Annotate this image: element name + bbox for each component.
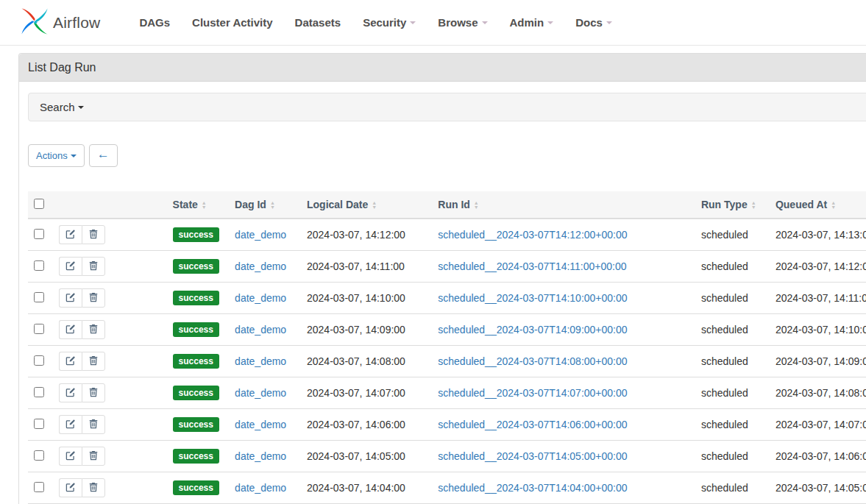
dag-id-link[interactable]: date_demo <box>235 229 286 241</box>
delete-button[interactable] <box>82 320 105 339</box>
dag-id-cell: date_demo <box>229 409 301 441</box>
run-type-cell: scheduled <box>695 409 770 441</box>
state-cell: success <box>167 251 230 283</box>
status-badge: success <box>173 259 219 274</box>
state-cell: success <box>167 219 230 251</box>
column-header-queued-at[interactable]: Queued At▲▼ <box>770 191 866 219</box>
status-badge: success <box>173 480 219 495</box>
edit-button[interactable] <box>59 352 82 371</box>
table-row: success date_demo 2024-03-07, 14:11:00 s… <box>28 251 866 283</box>
dag-id-link[interactable]: date_demo <box>235 260 286 272</box>
delete-button[interactable] <box>82 352 105 371</box>
row-checkbox[interactable] <box>34 292 44 302</box>
run-id-cell: scheduled__2024-03-07T14:11:00+00:00 <box>432 251 695 283</box>
row-checkbox[interactable] <box>34 229 44 239</box>
dag-id-link[interactable]: date_demo <box>235 482 286 494</box>
run-id-link[interactable]: scheduled__2024-03-07T14:10:00+00:00 <box>438 292 627 304</box>
nav-item-label: Datasets <box>295 16 341 29</box>
column-header-run-id[interactable]: Run Id▲▼ <box>432 191 695 219</box>
delete-button[interactable] <box>82 383 105 402</box>
chevron-down-icon <box>606 21 612 24</box>
queued-at-cell: 2024-03-07, 14:08:00 <box>770 377 866 409</box>
row-select-cell <box>28 219 53 251</box>
run-id-cell: scheduled__2024-03-07T14:10:00+00:00 <box>432 283 695 314</box>
state-cell: success <box>167 409 230 441</box>
logical-date-cell: 2024-03-07, 14:12:00 <box>301 219 432 251</box>
edit-button[interactable] <box>59 415 82 434</box>
nav-item-label: Browse <box>438 16 478 29</box>
dag-id-link[interactable]: date_demo <box>235 292 286 304</box>
edit-button[interactable] <box>59 288 82 308</box>
queued-at-cell: 2024-03-07, 14:07:00 <box>770 409 866 441</box>
delete-button[interactable] <box>82 257 105 276</box>
nav-item[interactable]: Docs <box>564 9 623 36</box>
actions-button[interactable]: Actions <box>28 144 85 167</box>
row-checkbox[interactable] <box>34 355 44 366</box>
queued-at-cell: 2024-03-07, 14:12:00 <box>770 251 866 283</box>
run-id-link[interactable]: scheduled__2024-03-07T14:08:00+00:00 <box>438 355 627 367</box>
edit-button[interactable] <box>59 225 82 244</box>
run-type-cell: scheduled <box>695 377 770 409</box>
dag-id-cell: date_demo <box>229 472 301 504</box>
dag-run-table: State▲▼ Dag Id▲▼ Logical Date▲▼ Run Id▲▼ <box>28 191 866 504</box>
nav-item[interactable]: Datasets <box>284 9 352 36</box>
delete-button[interactable] <box>82 415 105 434</box>
nav-item[interactable]: DAGs <box>128 9 181 36</box>
back-button[interactable]: ← <box>89 144 118 167</box>
dag-id-link[interactable]: date_demo <box>235 419 286 430</box>
nav-menu: DAGs Cluster Activity Datasets Security … <box>128 9 622 36</box>
column-header-logical-date[interactable]: Logical Date▲▼ <box>301 191 432 219</box>
nav-item[interactable]: Security <box>352 9 427 36</box>
column-header-dag-id[interactable]: Dag Id▲▼ <box>229 191 301 219</box>
select-all-checkbox[interactable] <box>34 199 44 209</box>
column-header-run-type[interactable]: Run Type▲▼ <box>695 191 770 219</box>
edit-button[interactable] <box>59 447 82 466</box>
run-id-cell: scheduled__2024-03-07T14:12:00+00:00 <box>432 219 695 251</box>
trash-icon <box>88 387 99 400</box>
status-badge: success <box>173 417 219 432</box>
nav-item[interactable]: Cluster Activity <box>181 9 283 36</box>
edit-button[interactable] <box>59 478 82 497</box>
run-id-link[interactable]: scheduled__2024-03-07T14:06:00+00:00 <box>438 419 627 430</box>
run-id-link[interactable]: scheduled__2024-03-07T14:04:00+00:00 <box>438 482 627 494</box>
row-actions-cell <box>53 377 167 409</box>
run-id-link[interactable]: scheduled__2024-03-07T14:09:00+00:00 <box>438 324 627 336</box>
run-type-cell: scheduled <box>695 283 770 314</box>
row-checkbox[interactable] <box>34 324 44 334</box>
delete-button[interactable] <box>82 478 105 497</box>
nav-item[interactable]: Browse <box>427 9 498 36</box>
run-id-link[interactable]: scheduled__2024-03-07T14:11:00+00:00 <box>438 260 626 272</box>
delete-button[interactable] <box>82 288 105 308</box>
dag-id-link[interactable]: date_demo <box>235 324 286 336</box>
dag-id-cell: date_demo <box>229 377 301 409</box>
row-checkbox[interactable] <box>34 387 44 397</box>
row-checkbox[interactable] <box>34 419 44 429</box>
dag-id-link[interactable]: date_demo <box>235 355 286 367</box>
edit-icon <box>65 387 76 400</box>
column-header-state[interactable]: State▲▼ <box>167 191 230 219</box>
edit-button[interactable] <box>59 320 82 339</box>
delete-button[interactable] <box>82 447 105 466</box>
run-id-link[interactable]: scheduled__2024-03-07T14:07:00+00:00 <box>438 387 627 399</box>
edit-button[interactable] <box>59 257 82 276</box>
edit-button[interactable] <box>59 383 82 402</box>
run-id-link[interactable]: scheduled__2024-03-07T14:05:00+00:00 <box>438 450 627 462</box>
row-checkbox[interactable] <box>34 450 44 461</box>
dag-id-cell: date_demo <box>229 219 301 251</box>
logical-date-cell: 2024-03-07, 14:05:00 <box>301 441 432 472</box>
chevron-down-icon <box>547 21 553 24</box>
dag-id-link[interactable]: date_demo <box>235 450 286 462</box>
trash-icon <box>88 292 99 305</box>
airflow-logo[interactable]: Airflow <box>21 7 100 38</box>
search-dropdown[interactable]: Search <box>28 93 866 121</box>
row-checkbox[interactable] <box>34 482 44 492</box>
nav-item[interactable]: Admin <box>499 9 565 36</box>
row-checkbox[interactable] <box>34 260 44 271</box>
logo-text: Airflow <box>53 14 100 32</box>
run-id-link[interactable]: scheduled__2024-03-07T14:12:00+00:00 <box>438 229 627 241</box>
dag-id-link[interactable]: date_demo <box>235 387 286 399</box>
delete-button[interactable] <box>82 225 105 244</box>
dag-id-cell: date_demo <box>229 283 301 314</box>
status-badge: success <box>173 322 219 337</box>
status-badge: success <box>173 449 219 464</box>
